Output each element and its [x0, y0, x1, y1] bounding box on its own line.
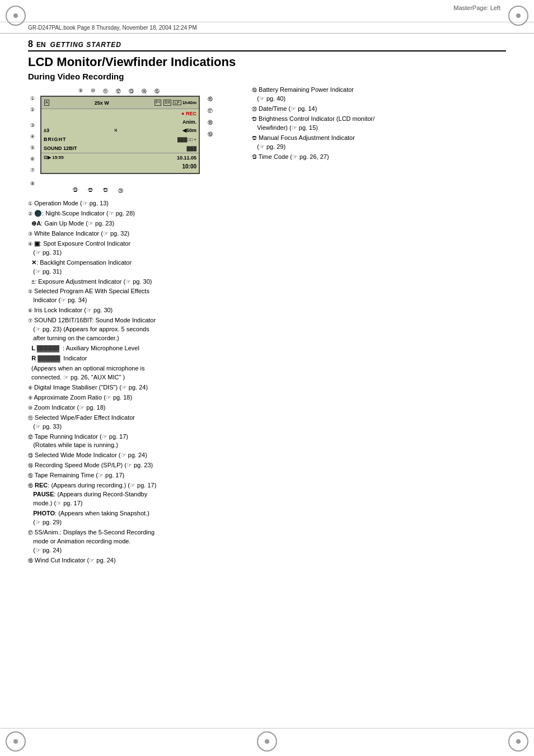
item-4b: ✕: Backlight Compensation Indicator (☞ p…	[28, 259, 241, 276]
lcd-date: 10.11.05	[177, 155, 196, 161]
item-6: ⑥ Iris Lock Indicator (☞ pg. 30)	[28, 306, 241, 315]
lcd-diagram-wrapper: ⑨ ⑩ ⑪ ⑫ ⑬ ⑭ ⑮ ① ② ③ ④ ⑤	[28, 86, 213, 195]
callout-20: ⑳	[118, 187, 123, 195]
file-info-bar: GR-D247PAL.book Page 8 Thursday, Novembe…	[0, 22, 534, 34]
callout-23: ㉓	[73, 187, 78, 195]
callout-18: ⑱	[208, 119, 213, 126]
item-2-text: 🌑: Night-Scope Indicator (☞ pg. 28)	[34, 210, 135, 217]
item-7d: (Appears when an optional microphone is …	[28, 364, 241, 382]
item-7c: R ▓▓▓▓▓ Indicator	[28, 354, 241, 363]
sub-title: During Video Recording	[28, 72, 506, 81]
lcd-screen: A 25x W F+ DX LP 1h40m	[40, 96, 200, 174]
lcd-zoom: 25x W	[95, 100, 109, 106]
top-bar: MasterPage: Left	[0, 0, 534, 22]
item-10: ⑩ Zoom Indicator (☞ pg. 18)	[28, 403, 241, 412]
item-2: ② 🌑: Night-Scope Indicator (☞ pg. 28)	[28, 209, 241, 218]
item-2b: ⊕A: Gain Up Mode (☞ pg. 23)	[28, 219, 241, 228]
top-callouts: ⑨ ⑩ ⑪ ⑫ ⑬ ⑭ ⑮	[78, 88, 160, 95]
lcd-right-icons: F+ DX LP 1h40m	[154, 100, 196, 105]
lcd-exposure: ±3	[44, 128, 49, 133]
lcd-anim: Anim.	[182, 119, 196, 125]
lcd-wind-icon: ✕	[114, 128, 118, 133]
page-lang: EN	[36, 41, 46, 49]
file-info-text: GR-D247PAL.book Page 8 Thursday, Novembe…	[28, 25, 197, 31]
bottom-left-reg-mark	[6, 731, 26, 752]
item-5: ⑤ Selected Program AE With Special Effec…	[28, 287, 241, 305]
lcd-dx-icon: DX	[163, 100, 171, 105]
lcd-time-remaining: 1h40m	[182, 100, 196, 105]
two-col-layout: ⑨ ⑩ ⑪ ⑫ ⑬ ⑭ ⑮ ① ② ③ ④ ⑤	[28, 86, 506, 566]
lcd-distance: ◀50m	[182, 128, 196, 133]
masterpage-label: MasterPage: Left	[453, 4, 500, 11]
callout-1: ①	[30, 96, 35, 101]
callout-16: ⑯	[208, 96, 213, 103]
lcd-bright: BRIGHT	[44, 137, 67, 142]
callout-8: ⑧	[30, 181, 35, 186]
item-15: ⑮ Tape Remaining Time (☞ pg. 17)	[28, 471, 241, 480]
bottom-right-reg-mark	[508, 731, 528, 752]
callout-7: ⑦	[30, 167, 35, 173]
callout-21: ㉑	[103, 187, 108, 195]
callout-12: ⑫	[116, 88, 121, 95]
item-7: ⑦ SOUND 12BIT/16BIT: Sound Mode Indicato…	[28, 316, 241, 343]
item-21: ㉑ Brightness Control Indicator (LCD moni…	[252, 115, 506, 133]
item-23: ㉓ Time Code (☞ pg. 26, 27)	[252, 153, 506, 162]
callout-22: ㉒	[88, 187, 93, 195]
bottom-center-reg-mark	[257, 731, 277, 752]
lcd-battery: ▓▓▓	[187, 146, 197, 151]
callout-10: ⑩	[91, 88, 95, 95]
main-content: 8 EN GETTING STARTED LCD Monitor/Viewfin…	[0, 34, 534, 577]
item-19: ⑲ Battery Remaining Power Indicator (☞ p…	[252, 86, 506, 104]
lcd-sound: SOUND 12BIT	[44, 145, 77, 151]
lcd-f-icon: F+	[154, 100, 161, 105]
bottom-bar	[0, 728, 534, 756]
item-22: ㉒ Manual Focus Adjustment Indicator (☞ p…	[252, 134, 506, 152]
lcd-dis-timecode: ⊡▶ 15:55	[44, 155, 64, 160]
callout-4: ④	[30, 134, 35, 139]
callout-19: ⑲	[208, 131, 213, 138]
item-18: ⑱ Wind Cut Indicator (☞ pg. 24)	[28, 556, 241, 565]
page-container: MasterPage: Left GR-D247PAL.book Page 8 …	[0, 0, 534, 756]
item-12: ⑫ Tape Running Indicator (☞ pg. 17) (Rot…	[28, 433, 241, 450]
item-3: ③ White Balance Indicator (☞ pg. 32)	[28, 229, 241, 238]
item-17: ⑰ 5S/Anim.: Displays the 5-Second Record…	[28, 528, 241, 555]
item-7b: L ▓▓▓▓▓ : Auxiliary Microphone Level	[28, 344, 241, 353]
item-8: ⑧ Digital Image Stabiliser ("DIS") (☞ pg…	[28, 383, 241, 392]
lcd-mode-icon: A	[44, 100, 50, 105]
top-right-reg-mark	[508, 6, 528, 26]
callout-3: ③	[30, 123, 35, 128]
callout-11: ⑪	[103, 88, 108, 95]
callout-6: ⑥	[30, 156, 35, 162]
lcd-a-icon: A	[44, 100, 49, 105]
top-left-reg-mark	[6, 6, 26, 26]
item-1-text: Operation Mode (☞ pg. 13)	[34, 200, 109, 206]
item-4c: ±: Exposure Adjustment Indicator (☞ pg. …	[28, 278, 241, 287]
callout-5: ⑤	[30, 145, 35, 151]
section-title: GETTING STARTED	[50, 41, 121, 49]
lcd-lp-icon: LP	[173, 100, 181, 105]
lcd-level-bar: ▓▓▓□□ +	[177, 137, 196, 142]
item-14: ⑭ Recording Speed Mode (SP/LP) (☞ pg. 23…	[28, 461, 241, 470]
callout-14: ⑭	[142, 88, 147, 95]
item-11: ⑪ Selected Wipe/Fader Effect Indicator (…	[28, 414, 241, 431]
item-16: ⑯ REC: (Appears during recording.) (☞ pg…	[28, 481, 241, 508]
left-column: ⑨ ⑩ ⑪ ⑫ ⑬ ⑭ ⑮ ① ② ③ ④ ⑤	[28, 86, 241, 566]
item-2b-icon: ⊕A	[31, 220, 41, 227]
callout-9: ⑨	[78, 88, 83, 95]
item-16b: PHOTO: (Appears when taking Snapshot.) (…	[28, 509, 241, 527]
left-item-list: ① Operation Mode (☞ pg. 13) ② 🌑: Night-S…	[28, 199, 241, 565]
page-header: 8 EN GETTING STARTED	[28, 39, 506, 51]
right-callouts: ⑯ ⑰ ⑱ ⑲	[208, 96, 213, 138]
left-callouts: ① ② ③ ④ ⑤ ⑥ ⑦ ⑧	[30, 96, 35, 186]
callout-17: ⑰	[208, 107, 213, 115]
callout-2: ②	[30, 107, 35, 112]
lcd-rec-indicator: ● REC	[181, 111, 196, 116]
item-4: ④ ▣: Spot Exposure Control Indicator (☞ …	[28, 240, 241, 257]
item-1: ① Operation Mode (☞ pg. 13)	[28, 199, 241, 208]
callout-13: ⑬	[129, 88, 134, 95]
item-9: ⑨ Approximate Zoom Ratio (☞ pg. 18)	[28, 393, 241, 402]
right-column: ⑲ Battery Remaining Power Indicator (☞ p…	[252, 86, 506, 566]
bottom-callouts: ㉓ ㉒ ㉑ ⑳	[73, 187, 123, 195]
item-13: ⑬ Selected Wide Mode Indicator (☞ pg. 24…	[28, 451, 241, 460]
page-number: 8	[28, 39, 33, 49]
